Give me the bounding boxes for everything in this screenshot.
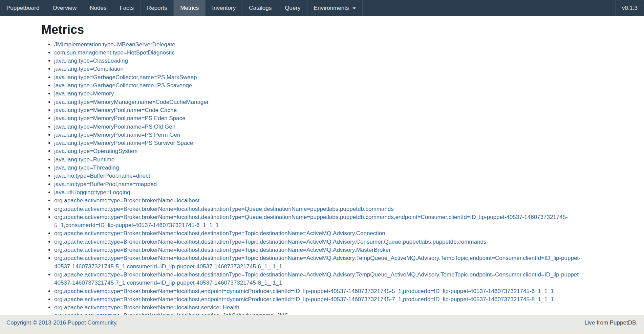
metric-link[interactable]: org.apache.activemq:type=Broker,brokerNa… xyxy=(54,304,239,311)
metric-list-item: org.apache.activemq:type=Broker,brokerNa… xyxy=(54,304,597,312)
nav-item-query[interactable]: Query xyxy=(278,0,307,16)
metric-list-item: java.lang:type=GarbageCollector,name=PS … xyxy=(54,82,597,90)
metrics-list: JMImplementation:type=MBeanServerDelegat… xyxy=(41,41,597,320)
metric-list-item: org.apache.activemq:type=Broker,brokerNa… xyxy=(54,295,597,304)
metric-list-item: org.apache.activemq:type=Broker,brokerNa… xyxy=(54,229,597,238)
metric-list-item: JMImplementation:type=MBeanServerDelegat… xyxy=(54,41,597,49)
nav-item-reports[interactable]: Reports xyxy=(141,0,174,16)
nav-item-environments[interactable]: Environments xyxy=(307,0,363,16)
nav-item-label: Reports xyxy=(147,5,167,12)
nav-item-inventory[interactable]: Inventory xyxy=(206,0,242,16)
metric-list-item: java.lang:type=ClassLoading xyxy=(54,57,597,65)
footer-copyright: Copyright © 2013-2016 Puppet Community. xyxy=(6,319,118,326)
metric-list-item: java.util.logging:type=Logging xyxy=(54,188,597,197)
metric-list-item: java.lang:type=MemoryManager,name=CodeCa… xyxy=(54,98,597,106)
top-navbar: PuppetboardOverviewNodesFactsReportsMetr… xyxy=(0,0,644,16)
metric-link[interactable]: JMImplementation:type=MBeanServerDelegat… xyxy=(54,41,175,48)
metric-link[interactable]: org.apache.activemq:type=Broker,brokerNa… xyxy=(54,197,199,204)
metric-link[interactable]: java.lang:type=MemoryManager,name=CodeCa… xyxy=(54,99,209,105)
metric-list-item: org.apache.activemq:type=Broker,brokerNa… xyxy=(54,205,597,213)
metric-list-item: org.apache.activemq:type=Broker,brokerNa… xyxy=(54,246,597,254)
nav-item-nodes[interactable]: Nodes xyxy=(83,0,113,16)
metric-link[interactable]: org.apache.activemq:type=Broker,brokerNa… xyxy=(54,239,486,245)
copyright-link[interactable]: Copyright © 2013-2016 Puppet Community xyxy=(6,319,116,326)
nav-brand-puppetboard[interactable]: Puppetboard xyxy=(0,0,46,16)
metric-link[interactable]: org.apache.activemq:type=Broker,brokerNa… xyxy=(54,230,385,237)
nav-item-label: Query xyxy=(285,5,300,12)
metric-link[interactable]: java.lang:type=Compilation xyxy=(54,66,124,72)
metric-list-item: org.apache.activemq:type=Broker,brokerNa… xyxy=(54,287,597,295)
metric-link[interactable]: java.nio:type=BufferPool,name=mapped xyxy=(54,181,157,187)
metric-list-item: java.lang:type=MemoryPool,name=PS Eden S… xyxy=(54,114,597,123)
metric-link[interactable]: java.lang:type=MemoryPool,name=Code Cach… xyxy=(54,107,177,113)
nav-item-overview[interactable]: Overview xyxy=(46,0,83,16)
metric-link[interactable]: org.apache.activemq:type=Broker,brokerNa… xyxy=(54,255,581,269)
metric-list-item: org.apache.activemq:type=Broker,brokerNa… xyxy=(54,197,597,205)
metric-link[interactable]: java.lang:type=MemoryPool,name=PS Eden S… xyxy=(54,115,185,121)
metric-list-item: java.lang:type=Memory xyxy=(54,90,597,98)
puppetdb-status-text: Live from PuppetDB. xyxy=(584,319,638,326)
nav-item-facts[interactable]: Facts xyxy=(113,0,141,16)
nav-item-label: Overview xyxy=(52,5,77,12)
metric-list-item: java.nio:type=BufferPool,name=mapped xyxy=(54,180,597,188)
navbar-items: PuppetboardOverviewNodesFactsReportsMetr… xyxy=(0,0,363,16)
metric-list-item: org.apache.activemq:type=Broker,brokerNa… xyxy=(54,238,597,246)
metric-link[interactable]: org.apache.activemq:type=Broker,brokerNa… xyxy=(54,247,391,253)
main-content: Metrics JMImplementation:type=MBeanServe… xyxy=(41,16,597,320)
metric-link[interactable]: java.lang:type=GarbageCollector,name=PS … xyxy=(54,74,197,81)
metric-link[interactable]: java.util.logging:type=Logging xyxy=(54,189,130,196)
footer-bottom-strip xyxy=(0,332,644,334)
footer: Copyright © 2013-2016 Puppet Community. … xyxy=(0,315,644,334)
metric-list-item: java.lang:type=OperatingSystem xyxy=(54,147,597,155)
metric-link[interactable]: java.nio:type=BufferPool,name=direct xyxy=(54,173,150,179)
metric-list-item: java.lang:type=Threading xyxy=(54,164,597,172)
metric-list-item: java.lang:type=Compilation xyxy=(54,65,597,73)
metric-list-item: java.lang:type=GarbageCollector,name=PS … xyxy=(54,73,597,82)
metric-list-item: java.lang:type=MemoryPool,name=PS Perm G… xyxy=(54,131,597,139)
metric-list-item: org.apache.activemq:type=Broker,brokerNa… xyxy=(54,213,597,230)
metric-link[interactable]: java.lang:type=Threading xyxy=(54,164,119,171)
metric-link[interactable]: java.lang:type=MemoryPool,name=PS Old Ge… xyxy=(54,124,175,130)
metric-link[interactable]: org.apache.activemq:type=Broker,brokerNa… xyxy=(54,214,568,228)
metric-list-item: org.apache.activemq:type=Broker,brokerNa… xyxy=(54,254,597,271)
metric-list-item: java.lang:type=Runtime xyxy=(54,156,597,164)
metric-list-item: com.sun.management:type=HotSpotDiagnosti… xyxy=(54,49,597,57)
metric-link[interactable]: java.lang:type=GarbageCollector,name=PS … xyxy=(54,82,192,89)
nav-item-label: Nodes xyxy=(90,5,106,12)
caret-down-icon xyxy=(352,7,356,9)
metric-link[interactable]: java.lang:type=MemoryPool,name=PS Surviv… xyxy=(54,140,193,146)
metric-link[interactable]: org.apache.activemq:type=Broker,brokerNa… xyxy=(54,296,554,303)
metric-link[interactable]: org.apache.activemq:type=Broker,brokerNa… xyxy=(54,271,581,286)
metric-link[interactable]: org.apache.activemq:type=Broker,brokerNa… xyxy=(54,288,554,294)
metric-link[interactable]: java.lang:type=Runtime xyxy=(54,156,114,163)
nav-item-metrics[interactable]: Metrics xyxy=(174,0,206,16)
metric-link[interactable]: org.apache.activemq:type=Broker,brokerNa… xyxy=(54,206,394,212)
metric-list-item: java.lang:type=MemoryPool,name=Code Cach… xyxy=(54,106,597,114)
page-title: Metrics xyxy=(41,23,597,37)
metric-list-item: java.lang:type=MemoryPool,name=PS Surviv… xyxy=(54,139,597,147)
copyright-period: . xyxy=(116,319,118,326)
metric-list-item: org.apache.activemq:type=Broker,brokerNa… xyxy=(54,271,597,287)
metric-list-item: java.lang:type=MemoryPool,name=PS Old Ge… xyxy=(54,123,597,131)
nav-item-label: Environments xyxy=(314,5,349,12)
metric-link[interactable]: java.lang:type=OperatingSystem xyxy=(54,148,137,154)
nav-item-label: Metrics xyxy=(180,5,199,12)
nav-item-label: Facts xyxy=(120,5,134,12)
metric-link[interactable]: java.lang:type=MemoryPool,name=PS Perm G… xyxy=(54,132,180,138)
navbar-spacer xyxy=(363,0,615,16)
nav-item-catalogs[interactable]: Catalogs xyxy=(242,0,278,16)
metric-link[interactable]: java.lang:type=Memory xyxy=(54,90,114,97)
nav-item-label: Inventory xyxy=(212,5,236,12)
version-label: v0.1.3 xyxy=(615,0,644,16)
metric-list-item: java.nio:type=BufferPool,name=direct xyxy=(54,172,597,180)
nav-item-label: Puppetboard xyxy=(6,5,39,12)
nav-item-label: Catalogs xyxy=(249,5,272,12)
metric-link[interactable]: com.sun.management:type=HotSpotDiagnosti… xyxy=(54,49,175,56)
metric-link[interactable]: java.lang:type=ClassLoading xyxy=(54,58,128,64)
